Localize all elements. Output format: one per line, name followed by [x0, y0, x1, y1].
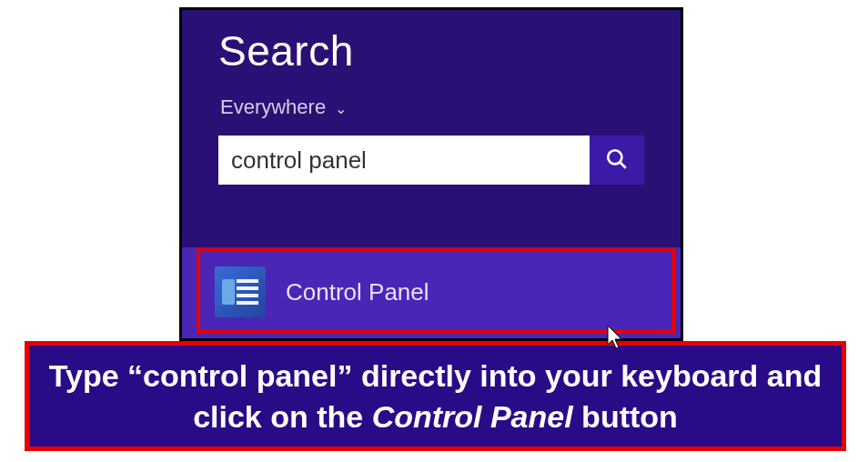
svg-line-1: [620, 162, 626, 168]
search-button[interactable]: [590, 136, 644, 185]
search-title: Search: [182, 10, 681, 83]
search-input-row: [218, 136, 644, 185]
chevron-down-icon: ⌄: [335, 100, 347, 117]
svg-point-0: [608, 150, 621, 164]
result-control-panel[interactable]: Control Panel: [215, 266, 429, 317]
search-scope-dropdown[interactable]: Everywhere ⌄: [182, 83, 681, 119]
search-scope-label: Everywhere: [220, 95, 326, 119]
control-panel-icon: [215, 266, 266, 317]
result-label: Control Panel: [286, 278, 429, 306]
search-icon: [605, 147, 629, 174]
search-charm-panel: Search Everywhere ⌄ Control Panel: [179, 7, 683, 341]
instruction-text: Type “control panel” directly into your …: [45, 356, 825, 436]
search-input[interactable]: [218, 136, 590, 185]
instruction-banner: Type “control panel” directly into your …: [25, 341, 846, 451]
